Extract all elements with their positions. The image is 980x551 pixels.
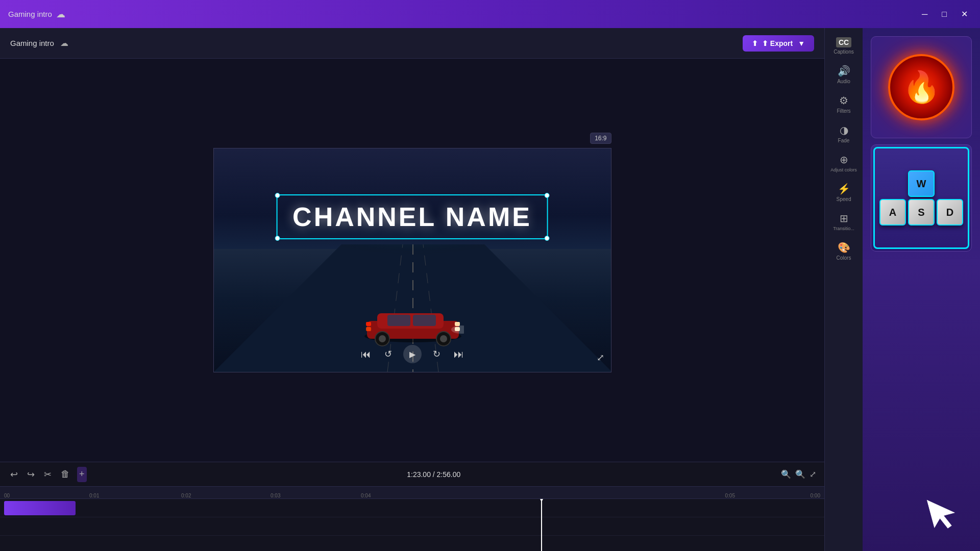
speed-label: Speed [837, 196, 851, 202]
w-key: W [908, 170, 935, 197]
wasd-media-card[interactable]: W A S D [871, 144, 972, 252]
filters-tool[interactable]: ⚙ Filters [827, 90, 860, 118]
s-key: S [908, 199, 935, 226]
transitions-label: Transitio... [833, 226, 854, 231]
captions-tool[interactable]: CC Captions [827, 33, 860, 59]
ruler-mark-0: 00 [4, 493, 10, 498]
fade-icon: ◑ [840, 124, 848, 136]
ruler-mark-1: 0:01 [89, 493, 99, 498]
video-preview: CHANNEL NAME [213, 148, 611, 372]
cut-button[interactable]: ✂ [42, 467, 54, 482]
filters-icon: ⚙ [839, 94, 848, 107]
main-container: Gaming intro ☁ ⬆ ⬆ Export ▼ 16:9 [0, 28, 980, 551]
export-button[interactable]: ⬆ ⬆ Export ▼ [743, 35, 814, 52]
colors-label: Colors [837, 255, 851, 261]
svg-rect-18 [455, 327, 460, 331]
svg-rect-8 [387, 315, 410, 326]
svg-rect-9 [413, 315, 436, 326]
svg-rect-15 [366, 327, 371, 331]
channel-name-text: CHANNEL NAME [292, 202, 532, 232]
fullscreen-button[interactable]: ⤢ [597, 352, 604, 363]
preview-container: 16:9 [0, 59, 824, 462]
audio-label: Audio [837, 79, 850, 84]
redo-button[interactable]: ↪ [25, 467, 37, 482]
audio-icon: 🔊 [838, 65, 850, 77]
close-button[interactable]: ✕ [957, 7, 972, 21]
svg-point-11 [379, 335, 386, 342]
flame-media-card[interactable]: 🔥 [871, 36, 972, 138]
svg-rect-14 [366, 322, 371, 326]
timecode-display: 1:23.00 / 2:56.00 [407, 470, 460, 479]
svg-rect-17 [455, 322, 460, 326]
transitions-icon: ⊞ [840, 212, 848, 224]
handle-bottom-right[interactable] [545, 236, 550, 241]
ruler-mark-2: 0:02 [181, 493, 191, 498]
colors-tool[interactable]: 🎨 Colors [827, 237, 860, 265]
fade-tool[interactable]: ◑ Fade [827, 120, 860, 147]
a-key: A [879, 199, 906, 226]
cursor-area [863, 260, 980, 551]
audio-track [0, 517, 824, 536]
tools-panel: CC Captions 🔊 Audio ⚙ Filters ◑ Fade ⊕ A… [824, 28, 863, 551]
handle-top-right[interactable] [545, 193, 550, 198]
add-media-button[interactable]: + [77, 467, 87, 482]
speed-tool[interactable]: ⚡ Speed [827, 179, 860, 206]
flame-icon-wrapper: 🔥 [888, 54, 954, 120]
toolbar-left: Gaming intro ☁ [10, 38, 68, 48]
timeline-tools: ↩ ↪ ✂ 🗑 + [8, 467, 87, 482]
playback-controls: ⏮ ↺ ▶ ↻ ⏭ [359, 345, 466, 363]
d-key: D [937, 199, 963, 226]
timeline-ruler: 00 0:01 0:02 0:03 0:04 0:05 0:00 [0, 487, 824, 499]
adjust-colors-tool[interactable]: ⊕ Adjust colors [827, 149, 860, 177]
bottom-key-row: A S D [879, 199, 963, 226]
forward-button[interactable]: ↻ [431, 346, 443, 362]
ruler-mark-5: 0:05 [725, 493, 735, 498]
handle-top-left[interactable] [275, 193, 280, 198]
editor-area: Gaming intro ☁ ⬆ ⬆ Export ▼ 16:9 [0, 28, 824, 551]
transitions-tool[interactable]: ⊞ Transitio... [827, 208, 860, 235]
audio-tool[interactable]: 🔊 Audio [827, 61, 860, 88]
video-clip[interactable] [4, 501, 76, 515]
timeline-area: ↩ ↪ ✂ 🗑 + 1:23.00 / 2:56.00 🔍 🔍 ⤢ 00 0:0… [0, 462, 824, 551]
ruler-mark-3: 0:03 [271, 493, 280, 498]
skip-forward-button[interactable]: ⏭ [452, 346, 466, 362]
zoom-out-button[interactable]: 🔍 [795, 469, 805, 479]
captions-label: Captions [834, 49, 853, 55]
delete-button[interactable]: 🗑 [59, 467, 72, 482]
zoom-controls: 🔍 🔍 ⤢ [781, 469, 816, 479]
export-arrow-icon: ⬆ [752, 39, 758, 47]
export-dropdown-icon: ▼ [798, 39, 805, 47]
channel-name-overlay[interactable]: CHANNEL NAME [276, 194, 548, 239]
speed-icon: ⚡ [838, 183, 850, 195]
captions-icon: CC [836, 37, 851, 47]
media-panel-top: 🔥 W A S D [863, 28, 980, 260]
aspect-ratio-badge: 16:9 [590, 133, 611, 144]
zoom-in-button[interactable]: 🔍 [781, 469, 791, 479]
title-bar: Gaming intro ☁ ─ □ ✕ [0, 0, 980, 28]
timeline-expand-button[interactable]: ⤢ [810, 469, 816, 479]
top-key-row: W [908, 170, 935, 197]
handle-bottom-left[interactable] [275, 236, 280, 241]
rewind-button[interactable]: ↺ [382, 346, 394, 362]
skip-back-button[interactable]: ⏮ [359, 346, 373, 362]
minimize-button[interactable]: ─ [918, 7, 932, 21]
play-button[interactable]: ▶ [403, 345, 422, 363]
filters-label: Filters [837, 108, 850, 114]
cloud-save-icon: ☁ [60, 38, 68, 48]
svg-marker-19 [927, 494, 958, 532]
video-track [0, 499, 824, 517]
ruler-mark-6: 0:00 [811, 493, 820, 498]
media-panel: 🔥 W A S D [863, 28, 980, 551]
titlebar-controls: ─ □ ✕ [918, 7, 972, 21]
timeline-toolbar: ↩ ↪ ✂ 🗑 + 1:23.00 / 2:56.00 🔍 🔍 ⤢ [0, 462, 824, 487]
car-svg [362, 306, 464, 346]
wasd-visual: W A S D [879, 170, 963, 226]
undo-button[interactable]: ↩ [8, 467, 20, 482]
flame-icon: 🔥 [902, 72, 941, 103]
timeline-tracks [0, 499, 824, 551]
titlebar-left: Gaming intro ☁ [8, 9, 65, 20]
export-label: ⬆ Export [762, 39, 793, 47]
preview-wrapper: 16:9 [213, 148, 611, 372]
maximize-button[interactable]: □ [938, 7, 951, 21]
editor-toolbar: Gaming intro ☁ ⬆ ⬆ Export ▼ [0, 28, 824, 59]
